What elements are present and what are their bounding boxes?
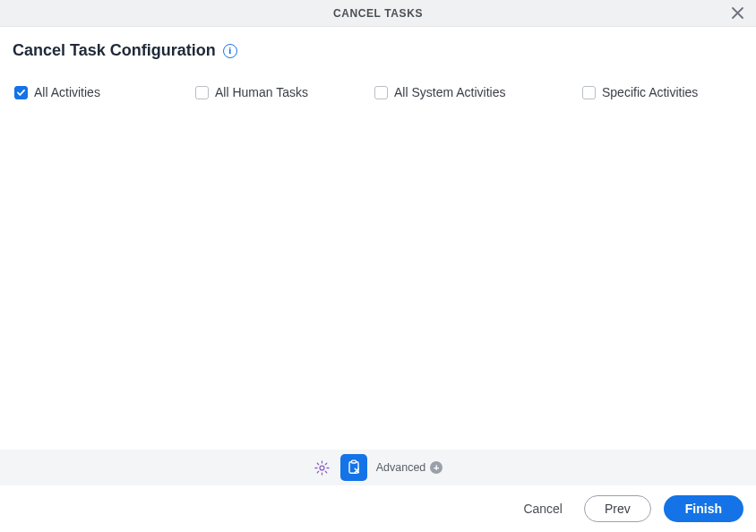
dialog-title: CANCEL TASKS xyxy=(333,7,423,20)
svg-rect-2 xyxy=(351,460,356,463)
option-label: Specific Activities xyxy=(602,85,698,99)
svg-point-0 xyxy=(320,466,324,470)
dialog-content: Cancel Task Configuration i All Activiti… xyxy=(0,27,756,450)
cancel-button[interactable]: Cancel xyxy=(514,496,571,521)
clipboard-x-icon xyxy=(345,459,363,476)
dialog-footer: Cancel Prev Finish xyxy=(0,485,756,532)
option-all-activities[interactable]: All Activities xyxy=(14,85,195,99)
plus-icon: + xyxy=(430,461,442,474)
checkbox-all-activities[interactable] xyxy=(14,86,28,99)
close-icon xyxy=(731,6,744,20)
checkbox-all-system-activities[interactable] xyxy=(374,86,388,99)
advanced-label-text: Advanced xyxy=(376,461,426,474)
finish-button[interactable]: Finish xyxy=(664,495,743,522)
option-all-human-tasks[interactable]: All Human Tasks xyxy=(195,85,374,99)
option-label: All Activities xyxy=(34,85,100,99)
option-label: All Human Tasks xyxy=(215,85,308,99)
info-icon[interactable]: i xyxy=(223,44,237,58)
checkbox-all-human-tasks[interactable] xyxy=(195,86,209,99)
clipboard-button[interactable] xyxy=(340,454,367,481)
settings-button[interactable] xyxy=(314,459,331,476)
checkbox-specific-activities[interactable] xyxy=(582,86,596,99)
section-title-row: Cancel Task Configuration i xyxy=(13,41,743,60)
prev-button[interactable]: Prev xyxy=(584,495,651,522)
section-title: Cancel Task Configuration xyxy=(13,41,216,60)
gear-icon xyxy=(314,459,331,476)
advanced-bar: Advanced + xyxy=(0,450,756,485)
option-label: All System Activities xyxy=(394,85,505,99)
dialog-header: CANCEL TASKS xyxy=(0,0,756,27)
advanced-toggle[interactable]: Advanced + xyxy=(376,461,443,474)
option-specific-activities[interactable]: Specific Activities xyxy=(582,85,743,99)
options-row: All Activities All Human Tasks All Syste… xyxy=(13,85,743,99)
close-button[interactable] xyxy=(727,4,747,23)
option-all-system-activities[interactable]: All System Activities xyxy=(374,85,582,99)
